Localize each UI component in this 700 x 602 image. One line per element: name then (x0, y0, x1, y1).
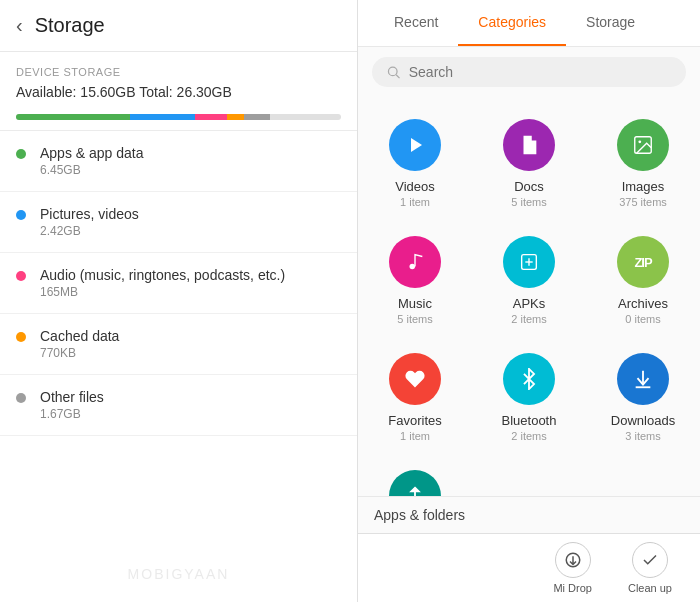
videos-name: Videos (395, 179, 435, 194)
favorites-count: 1 item (400, 430, 430, 442)
archives-name: Archives (618, 296, 668, 311)
dot-audio (16, 271, 26, 281)
bar-pictures (130, 114, 195, 120)
images-name: Images (622, 179, 665, 194)
dot-pictures (16, 210, 26, 220)
midrop-icon (555, 542, 591, 578)
videos-icon (389, 119, 441, 171)
storage-info: Available: 15.60GB Total: 26.30GB (0, 84, 357, 108)
favorites-name: Favorites (388, 413, 441, 428)
music-name: Music (398, 296, 432, 311)
tab-storage[interactable]: Storage (566, 0, 655, 46)
category-archives[interactable]: ZIP Archives 0 items (586, 222, 700, 339)
svg-line-1 (396, 75, 399, 78)
storage-item-size-audio: 165MB (40, 285, 285, 299)
downloads-count: 3 items (625, 430, 660, 442)
apks-name: APKs (513, 296, 546, 311)
category-bluetooth[interactable]: Bluetooth 2 items (472, 339, 586, 456)
category-images[interactable]: Images 375 items (586, 105, 700, 222)
bar-cached (227, 114, 243, 120)
cleanup-label: Clean up (628, 582, 672, 594)
storage-item-name-other: Other files (40, 389, 104, 405)
right-panel: Recent Categories Storage Videos 1 item … (358, 0, 700, 602)
dot-apps (16, 149, 26, 159)
music-count: 5 items (397, 313, 432, 325)
cleanup-icon (632, 542, 668, 578)
storage-item-name-pictures: Pictures, videos (40, 206, 139, 222)
category-favorites[interactable]: Favorites 1 item (358, 339, 472, 456)
storage-item-name-apps: Apps & app data (40, 145, 144, 161)
images-icon (617, 119, 669, 171)
storage-item-name-audio: Audio (music, ringtones, podcasts, etc.) (40, 267, 285, 283)
storage-item-size-other: 1.67GB (40, 407, 104, 421)
bar-audio (195, 114, 228, 120)
bluetooth-icon (503, 353, 555, 405)
storage-bar (16, 114, 341, 120)
search-bar[interactable] (372, 57, 686, 87)
page-title: Storage (35, 14, 105, 37)
tab-categories[interactable]: Categories (458, 0, 566, 46)
bar-other (244, 114, 270, 120)
midrop-button[interactable]: Mi Drop (535, 534, 610, 602)
apks-icon (503, 236, 555, 288)
storage-item-name-cached: Cached data (40, 328, 119, 344)
svg-point-7 (410, 264, 416, 270)
device-storage-label: DEVICE STORAGE (0, 52, 357, 84)
music-icon (389, 236, 441, 288)
archives-icon: ZIP (617, 236, 669, 288)
storage-item-audio[interactable]: Audio (music, ringtones, podcasts, etc.)… (0, 253, 357, 314)
storage-item-pictures[interactable]: Pictures, videos 2.42GB (0, 192, 357, 253)
bottom-bar: Mi Drop Clean up (358, 533, 700, 602)
docs-count: 5 items (511, 196, 546, 208)
category-apks[interactable]: APKs 2 items (472, 222, 586, 339)
storage-item-cached[interactable]: Cached data 770KB (0, 314, 357, 375)
watermark: MOBIGYAAN (0, 436, 357, 602)
docs-name: Docs (514, 179, 544, 194)
favorites-icon (389, 353, 441, 405)
bluetooth-name: Bluetooth (502, 413, 557, 428)
svg-marker-2 (411, 138, 422, 152)
docs-icon (503, 119, 555, 171)
storage-item-apps[interactable]: Apps & app data 6.45GB (0, 131, 357, 192)
storage-item-size-apps: 6.45GB (40, 163, 144, 177)
tab-recent[interactable]: Recent (374, 0, 458, 46)
apps-folders-header: Apps & folders (358, 496, 700, 533)
search-input[interactable] (409, 64, 672, 80)
images-count: 375 items (619, 196, 667, 208)
category-docs[interactable]: Docs 5 items (472, 105, 586, 222)
midrop-label: Mi Drop (553, 582, 592, 594)
storage-item-other[interactable]: Other files 1.67GB (0, 375, 357, 436)
search-icon (386, 64, 401, 80)
svg-point-0 (388, 67, 397, 76)
dot-cached (16, 332, 26, 342)
category-videos[interactable]: Videos 1 item (358, 105, 472, 222)
bar-apps (16, 114, 130, 120)
category-downloads[interactable]: Downloads 3 items (586, 339, 700, 456)
storage-item-size-cached: 770KB (40, 346, 119, 360)
back-button[interactable]: ‹ (16, 14, 23, 37)
cleanup-button[interactable]: Clean up (610, 534, 690, 602)
videos-count: 1 item (400, 196, 430, 208)
categories-grid: Videos 1 item Docs 5 items Images 375 it… (358, 97, 700, 496)
svg-point-6 (638, 140, 641, 143)
downloads-icon (617, 353, 669, 405)
left-panel: ‹ Storage DEVICE STORAGE Available: 15.6… (0, 0, 358, 602)
archives-count: 0 items (625, 313, 660, 325)
tabs-bar: Recent Categories Storage (358, 0, 700, 47)
bluetooth-count: 2 items (511, 430, 546, 442)
storage-item-size-pictures: 2.42GB (40, 224, 139, 238)
dot-other (16, 393, 26, 403)
category-music[interactable]: Music 5 items (358, 222, 472, 339)
apks-count: 2 items (511, 313, 546, 325)
downloads-name: Downloads (611, 413, 675, 428)
left-header: ‹ Storage (0, 0, 357, 52)
category-ftp[interactable]: FTP (358, 456, 472, 496)
ftp-icon (389, 470, 441, 496)
